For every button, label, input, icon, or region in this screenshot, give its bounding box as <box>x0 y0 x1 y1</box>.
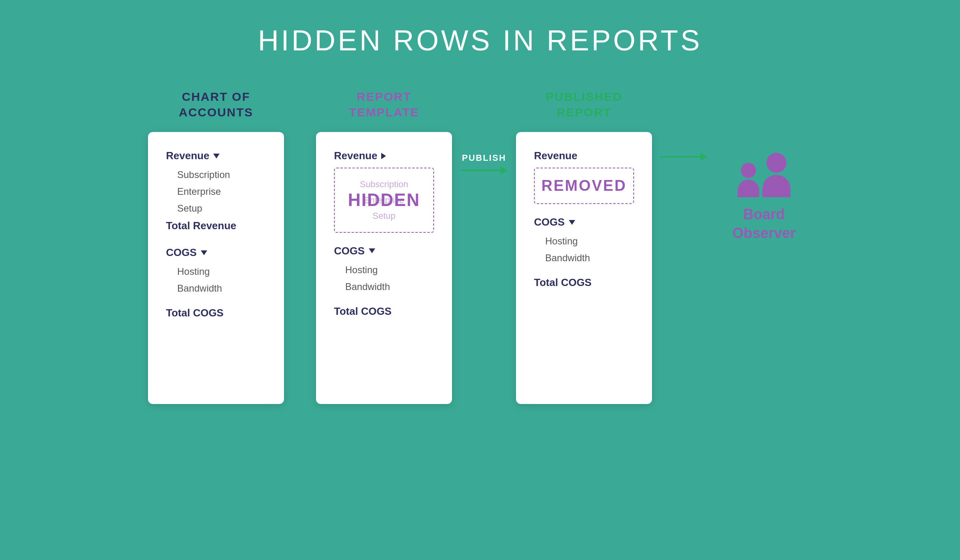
rt-revenue-row: Revenue <box>334 148 434 164</box>
pr-revenue-row: Revenue <box>534 148 634 164</box>
coa-total-revenue-row: Total Revenue <box>166 218 266 234</box>
observer-arrow-line <box>660 153 708 161</box>
cogs-triangle-down-icon <box>201 250 207 255</box>
revenue-triangle-down-icon <box>213 154 220 158</box>
publish-arrow-line <box>460 166 508 174</box>
published-report-column: PUBLISHEDREPORT Revenue REMOVED COGS Hos… <box>516 89 652 404</box>
hidden-setup-text: Setup <box>342 208 426 224</box>
hidden-rows-box: Subscription Enterprise Setup HIDDEN <box>334 168 434 233</box>
coa-revenue-row: Revenue <box>166 148 266 164</box>
observer-arrow-head-icon <box>700 153 708 161</box>
pr-bandwidth-row: Bandwidth <box>534 251 634 265</box>
pr-hosting-row: Hosting <box>534 234 634 248</box>
published-report-card: Revenue REMOVED COGS Hosting Bandwidth T… <box>516 132 652 404</box>
report-template-label: REPORTTEMPLATE <box>349 89 419 120</box>
publish-label: PUBLISH <box>462 153 506 163</box>
rt-bandwidth-row: Bandwidth <box>334 280 434 294</box>
board-observer-icon <box>738 153 790 197</box>
coa-setup-row: Setup <box>166 201 266 216</box>
coa-hosting-row: Hosting <box>166 264 266 279</box>
chart-of-accounts-column: CHART OFACCOUNTS Revenue Subscription En… <box>148 89 284 404</box>
rt-cogs-triangle-down-icon <box>369 248 375 253</box>
person-small-body <box>738 180 759 197</box>
main-content: CHART OFACCOUNTS Revenue Subscription En… <box>0 89 960 404</box>
pr-total-cogs-row: Total COGS <box>534 275 634 290</box>
publish-arrow-group: PUBLISH <box>460 153 508 174</box>
person-large-icon <box>762 153 790 197</box>
published-report-label: PUBLISHEDREPORT <box>546 89 622 120</box>
observer-arrow-shaft <box>660 156 700 158</box>
person-small-icon <box>738 163 759 197</box>
chart-of-accounts-card: Revenue Subscription Enterprise Setup To… <box>148 132 284 404</box>
pr-cogs-triangle-down-icon <box>569 220 575 225</box>
board-observer-column: BoardObserver <box>716 89 812 243</box>
publish-arrow-head-icon <box>500 166 508 174</box>
people-icon <box>738 153 790 197</box>
coa-subscription-row: Subscription <box>166 168 266 182</box>
coa-cogs-row: COGS <box>166 245 266 260</box>
hidden-label: HIDDEN <box>348 190 420 210</box>
publish-arrow-container: PUBLISH <box>452 89 516 174</box>
pr-cogs-row: COGS <box>534 214 634 230</box>
rt-total-cogs-row: Total COGS <box>334 304 434 319</box>
rt-hosting-row: Hosting <box>334 263 434 277</box>
observer-arrow-container <box>652 89 716 161</box>
board-observer-label: BoardObserver <box>732 205 796 243</box>
rt-revenue-triangle-right-icon <box>381 153 386 159</box>
removed-label: REMOVED <box>541 177 626 194</box>
coa-total-cogs-row: Total COGS <box>166 305 266 321</box>
coa-bandwidth-row: Bandwidth <box>166 281 266 296</box>
person-large-body <box>762 175 790 197</box>
publish-arrow-shaft <box>460 170 500 171</box>
report-template-column: REPORTTEMPLATE Revenue Subscription Ente… <box>316 89 452 404</box>
person-small-head <box>741 163 756 178</box>
page-title: HIDDEN ROWS IN REPORTS <box>258 24 702 57</box>
report-template-card: Revenue Subscription Enterprise Setup HI… <box>316 132 452 404</box>
removed-rows-box: REMOVED <box>534 168 634 204</box>
coa-enterprise-row: Enterprise <box>166 184 266 199</box>
chart-of-accounts-label: CHART OFACCOUNTS <box>179 89 253 120</box>
person-large-head <box>766 153 786 173</box>
rt-cogs-row: COGS <box>334 243 434 259</box>
